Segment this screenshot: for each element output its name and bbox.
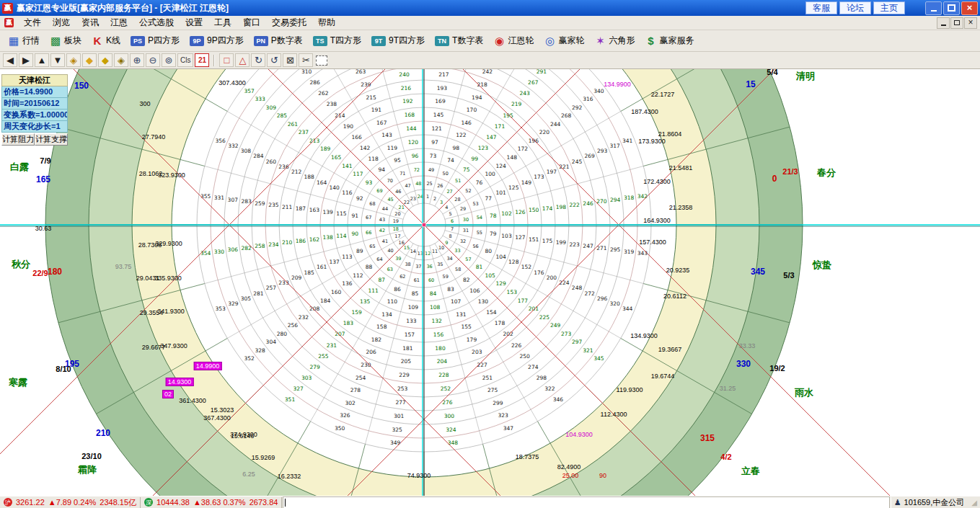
tool-diamond-2[interactable]: ◆ — [82, 53, 97, 67]
svg-text:39: 39 — [395, 256, 401, 262]
toolbar-item-p-table[interactable]: PNP数字表 — [249, 32, 308, 50]
svg-text:267: 267 — [528, 79, 539, 86]
tool-selection[interactable] — [316, 55, 327, 66]
calc-resistance-button[interactable]: 计算阻力 — [1, 133, 35, 146]
tool-triangle-tool[interactable]: △ — [235, 53, 250, 67]
svg-text:154: 154 — [486, 309, 497, 316]
customer-service-button[interactable]: 客服 — [805, 1, 837, 14]
mdi-close-button[interactable] — [964, 17, 977, 29]
toolbar-item-9t-square[interactable]: 9T9T四方形 — [366, 32, 430, 50]
resize-grip-icon[interactable]: ◢ — [971, 499, 977, 507]
tool-rotate-cw[interactable]: ↻ — [251, 53, 265, 67]
tool-delete-box[interactable]: ⊠ — [283, 53, 297, 67]
menu-item-3[interactable]: 资讯 — [76, 15, 105, 30]
svg-text:235: 235 — [268, 202, 279, 208]
svg-text:1: 1 — [426, 194, 429, 200]
user-icon: ♟ — [894, 498, 901, 507]
toolbar-item-t-square[interactable]: TST四方形 — [308, 32, 366, 50]
tool-diamond-3[interactable]: ◆ — [98, 53, 112, 67]
toolbar-item-sectors[interactable]: ▩板块 — [45, 32, 87, 50]
toolbar-item-hexagon[interactable]: ✶六角形 — [589, 32, 640, 50]
svg-text:46: 46 — [395, 189, 401, 195]
status-command-input[interactable] — [283, 496, 889, 508]
menu-item-1[interactable]: 文件 — [18, 15, 47, 30]
menu-item-10[interactable]: 帮助 — [312, 15, 341, 30]
menu-item-2[interactable]: 浏览 — [47, 15, 76, 30]
mdi-minimize-button[interactable] — [937, 17, 950, 29]
tool-diamond-4[interactable]: ◈ — [114, 53, 128, 67]
svg-text:64: 64 — [376, 257, 382, 262]
close-button[interactable] — [961, 1, 978, 15]
menu-item-9[interactable]: 交易委托 — [266, 15, 312, 30]
svg-text:137: 137 — [330, 259, 340, 265]
svg-text:352: 352 — [244, 355, 255, 362]
svg-text:83: 83 — [447, 286, 454, 293]
toolbar-item-t-table[interactable]: TNT数字表 — [430, 32, 488, 50]
svg-text:172: 172 — [518, 146, 529, 152]
tool-zoom-out[interactable]: ⊖ — [146, 53, 160, 67]
calc-support-button[interactable]: 计算支撑 — [35, 133, 68, 146]
tool-back[interactable]: ◀ — [3, 53, 17, 67]
toolbar-label: T四方形 — [330, 35, 361, 47]
minimize-button[interactable] — [925, 1, 942, 15]
kline-icon: K — [92, 35, 103, 47]
svg-text:102: 102 — [501, 210, 512, 217]
menu-item-4[interactable]: 江恩 — [105, 15, 133, 30]
p-square-icon: PS — [131, 36, 145, 46]
svg-text:121: 121 — [431, 125, 442, 132]
svg-text:268: 268 — [561, 112, 572, 119]
svg-text:60: 60 — [428, 277, 434, 283]
svg-text:138: 138 — [322, 234, 333, 241]
tool-rotate-ccw[interactable]: ↺ — [267, 53, 281, 67]
svg-text:41: 41 — [382, 239, 388, 244]
svg-text:255: 255 — [318, 353, 329, 360]
svg-text:21: 21 — [399, 205, 405, 210]
homepage-button[interactable]: 主页 — [873, 1, 905, 14]
tool-scissors[interactable]: ✂ — [299, 53, 313, 67]
svg-text:108: 108 — [430, 304, 441, 311]
menu-item-7[interactable]: 工具 — [208, 15, 237, 30]
tool-calendar-21[interactable]: 21 — [195, 53, 209, 67]
menu-item-5[interactable]: 公式选股 — [133, 15, 180, 30]
toolbar-item-quotes[interactable]: ▦行情 — [3, 32, 45, 50]
svg-text:351: 351 — [285, 396, 296, 403]
tool-diamond-1[interactable]: ◈ — [66, 53, 81, 67]
forum-button[interactable]: 论坛 — [839, 1, 871, 14]
svg-text:278: 278 — [350, 387, 361, 393]
svg-text:331: 331 — [214, 195, 225, 201]
toolbar-label: 赢家轮 — [558, 35, 584, 47]
toolbar-item-winner-service[interactable]: $赢家服务 — [640, 32, 699, 50]
svg-text:12: 12 — [425, 251, 431, 257]
svg-text:295: 295 — [610, 246, 621, 253]
toolbar-item-9p-square[interactable]: 9P9P四方形 — [185, 32, 249, 50]
toolbar-item-winner-wheel[interactable]: ◎赢家轮 — [539, 32, 589, 50]
mdi-restore-button[interactable] — [950, 17, 963, 29]
tool-pointer[interactable]: ▲ — [35, 53, 49, 67]
toolbar-item-kline[interactable]: KK线 — [87, 32, 125, 50]
tool-zoom-in[interactable]: ⊕ — [130, 53, 144, 67]
svg-text:272: 272 — [584, 290, 595, 297]
svg-text:94: 94 — [378, 166, 385, 173]
svg-text:169: 169 — [435, 98, 446, 104]
shanghai-market-icon: 沪 — [4, 498, 12, 507]
restore-button[interactable] — [943, 1, 960, 15]
tool-filter[interactable]: ▼ — [50, 53, 65, 67]
gann-wheel-chart[interactable]: 1234567891011121314151617181920212223242… — [0, 69, 980, 496]
menu-item-6[interactable]: 设置 — [180, 15, 208, 30]
tool-rect-tool[interactable]: □ — [219, 53, 234, 67]
tool-zoom-reset[interactable]: ⊚ — [162, 53, 176, 67]
svg-text:136: 136 — [342, 280, 353, 287]
mdi-window-buttons — [937, 17, 977, 29]
menu-items: 文件浏览资讯江恩公式选股设置工具窗口交易委托帮助 — [18, 15, 341, 30]
menu-item-8[interactable]: 窗口 — [237, 15, 266, 30]
svg-text:254: 254 — [356, 375, 366, 381]
svg-text:73: 73 — [430, 153, 437, 159]
tool-forward[interactable]: ▶ — [19, 53, 33, 67]
svg-text:146: 146 — [462, 120, 472, 126]
window-buttons — [925, 1, 978, 15]
toolbar-item-gann-wheel[interactable]: ◉江恩轮 — [488, 32, 539, 50]
svg-text:67: 67 — [366, 215, 371, 220]
tool-cls[interactable]: Cls — [177, 53, 193, 67]
svg-text:257: 257 — [266, 285, 277, 291]
toolbar-item-p-square[interactable]: PSP四方形 — [125, 32, 185, 50]
